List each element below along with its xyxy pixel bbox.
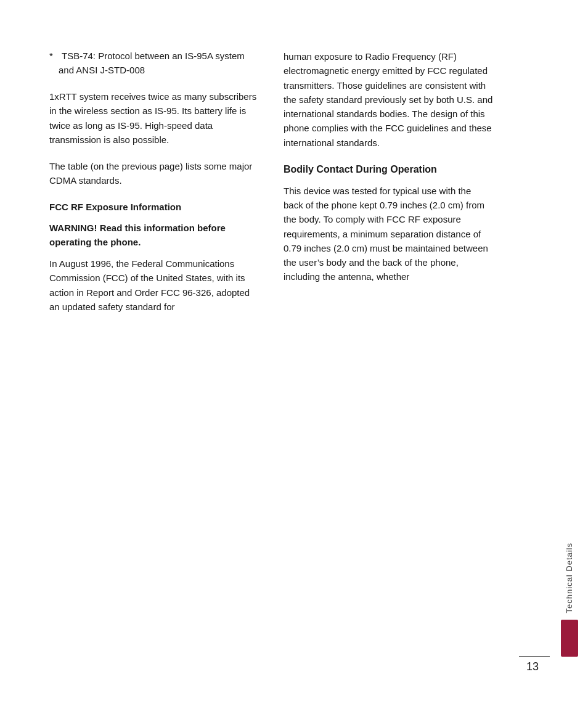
right-column: human exposure to Radio Frequency (RF) e… — [284, 49, 493, 669]
sidebar-label: Technical Details — [563, 543, 576, 614]
fcc-section-heading: FCC RF Exposure Information — [49, 200, 259, 215]
bodily-heading: Bodily Contact During Operation — [284, 162, 493, 176]
left-column: * TSB-74: Protocol between an IS-95A sys… — [49, 49, 259, 669]
sidebar: Technical Details — [551, 0, 588, 706]
bullet-star: * — [49, 49, 53, 64]
main-content: * TSB-74: Protocol between an IS-95A sys… — [0, 0, 551, 706]
bodily-paragraph: This device was tested for typical use w… — [284, 184, 493, 284]
paragraph-1xrtt: 1xRTT system receives twice as many subs… — [49, 89, 259, 147]
page-divider — [519, 656, 550, 657]
intro-paragraph: human exposure to Radio Frequency (RF) e… — [284, 49, 493, 150]
page-number: 13 — [526, 659, 539, 675]
warning-paragraph: In August 1996, the Federal Communicatio… — [49, 257, 259, 314]
sidebar-bar — [561, 620, 578, 657]
page-container: * TSB-74: Protocol between an IS-95A sys… — [0, 0, 588, 706]
warning-heading: WARNING! Read this information before op… — [49, 221, 259, 249]
paragraph-table: The table (on the previous page) lists s… — [49, 159, 259, 188]
bullet-text: TSB-74: Protocol between an IS-95A syste… — [59, 51, 245, 75]
bullet-item: * TSB-74: Protocol between an IS-95A sys… — [49, 49, 259, 77]
